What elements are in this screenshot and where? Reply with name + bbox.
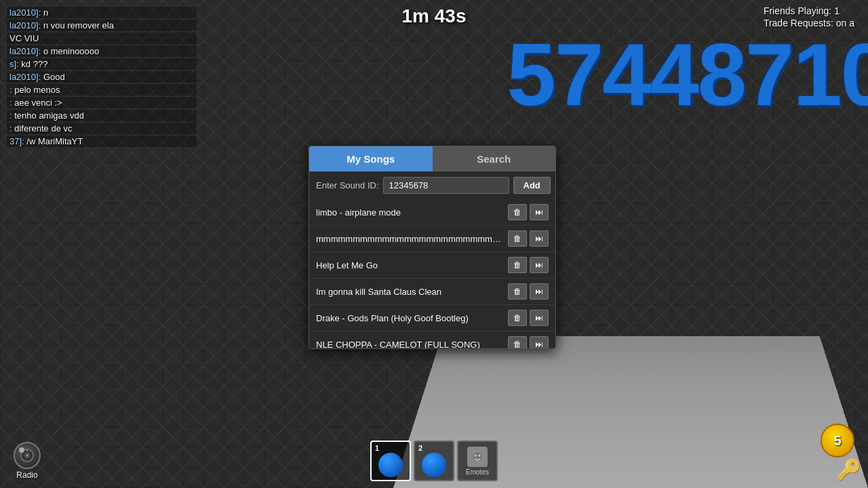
tab-search[interactable]: Search: [433, 146, 556, 171]
sound-id-input[interactable]: [383, 177, 509, 194]
song-controls: 🗑 ⏭: [508, 204, 549, 220]
song-controls: 🗑 ⏭: [508, 310, 549, 326]
coins-display: 5: [821, 424, 854, 458]
chat-msg-10: : diferente de vc: [7, 123, 197, 134]
emotes-slot[interactable]: Emotes: [457, 441, 498, 481]
emotes-icon: [467, 447, 488, 467]
hotbar-slot-2[interactable]: 2: [414, 441, 454, 481]
song-name: NLE CHOPPA - CAMELOT (FULL SONG): [316, 340, 502, 349]
play-button[interactable]: ⏭: [530, 283, 549, 300]
delete-button[interactable]: 🗑: [508, 230, 527, 247]
svg-point-5: [475, 454, 477, 456]
radio-svg-icon: [20, 448, 35, 463]
chat-msg-8: : aee venci :>: [7, 97, 197, 108]
music-panel: My Songs Search Enter Sound ID: Add limb…: [309, 146, 556, 349]
chat-overlay: la2010]: n la2010]: n vou remover ela VC…: [0, 0, 203, 488]
slot-number-2: 2: [418, 444, 422, 452]
play-button[interactable]: ⏭: [530, 204, 549, 220]
song-controls: 🗑 ⏭: [508, 283, 549, 300]
song-name: limbo - airplane mode: [316, 207, 502, 218]
song-controls: 🗑 ⏭: [508, 230, 549, 247]
chat-msg-7: : pelo menos: [7, 84, 197, 96]
delete-button[interactable]: 🗑: [508, 204, 527, 220]
emotes-svg-icon: [471, 450, 484, 464]
trade-requests: Trade Requests: on a: [764, 18, 854, 28]
hotbar: 1 2 Emotes: [370, 441, 498, 481]
play-button[interactable]: ⏭: [530, 230, 549, 247]
chat-msg-5: s]: kd ???: [7, 58, 197, 70]
key-icon: 🔑: [836, 458, 861, 481]
delete-button[interactable]: 🗑: [508, 310, 527, 326]
song-row[interactable]: Drake - Gods Plan (Holy Goof Bootleg) 🗑 …: [309, 305, 555, 331]
song-controls: 🗑 ⏭: [508, 257, 549, 273]
radio-icon: [14, 442, 41, 469]
play-button[interactable]: ⏭: [530, 257, 549, 273]
chat-msg-2: la2010]: n vou remover ela: [7, 20, 197, 31]
chat-msg-3: VC VIU: [7, 33, 197, 44]
delete-button[interactable]: 🗑: [508, 283, 527, 300]
slot-number-1: 1: [375, 444, 379, 452]
emotes-label: Emotes: [466, 468, 489, 476]
chat-msg-11: 37]: /w MariMitaYT: [7, 136, 197, 147]
song-row[interactable]: NLE CHOPPA - CAMELOT (FULL SONG) 🗑 ⏭: [309, 331, 555, 348]
song-row[interactable]: mmmmmmmmmmmmmmmmmmmmmmmmmm 🗑 ⏭: [309, 226, 555, 252]
song-name: Im gonna kill Santa Claus Clean: [316, 287, 502, 297]
tab-my-songs[interactable]: My Songs: [309, 146, 433, 171]
song-name: mmmmmmmmmmmmmmmmmmmmmmmmmm: [316, 234, 502, 244]
friends-info: Friends Playing: 1 Trade Requests: on a: [764, 5, 854, 28]
score-display: 57448710: [507, 30, 868, 119]
chat-msg-6: la2010]: Good: [7, 71, 197, 83]
song-name: Help Let Me Go: [316, 260, 502, 270]
song-controls: 🗑 ⏭: [508, 336, 549, 348]
play-button[interactable]: ⏭: [530, 310, 549, 326]
radio-label: Radio: [16, 470, 37, 480]
coins-value: 5: [833, 433, 841, 449]
song-row[interactable]: Help Let Me Go 🗑 ⏭: [309, 252, 555, 279]
hotbar-slot-1[interactable]: 1: [370, 441, 411, 481]
delete-button[interactable]: 🗑: [508, 336, 527, 348]
sound-id-label: Enter Sound ID:: [316, 180, 379, 190]
play-button[interactable]: ⏭: [530, 336, 549, 348]
tab-bar: My Songs Search: [309, 146, 555, 171]
svg-point-6: [479, 454, 481, 456]
sound-id-row: Enter Sound ID: Add: [309, 171, 555, 199]
song-row[interactable]: limbo - airplane mode 🗑 ⏭: [309, 199, 555, 226]
chat-msg-1: la2010]: n: [7, 7, 197, 18]
add-button[interactable]: Add: [513, 177, 551, 194]
chat-msg-4: la2010]: o meninooooo: [7, 45, 197, 57]
radio-button[interactable]: Radio: [7, 441, 47, 481]
song-name: Drake - Gods Plan (Holy Goof Bootleg): [316, 313, 502, 323]
slot-item-1: [378, 453, 403, 477]
timer-display: 1m 43s: [402, 5, 467, 27]
friends-playing: Friends Playing: 1: [764, 5, 854, 16]
song-list: limbo - airplane mode 🗑 ⏭ mmmmmmmmmmmmmm…: [309, 199, 555, 348]
chat-msg-9: : tenho amigas vdd: [7, 110, 197, 121]
song-row[interactable]: Im gonna kill Santa Claus Clean 🗑 ⏭: [309, 279, 555, 305]
delete-button[interactable]: 🗑: [508, 257, 527, 273]
slot-item-2: [422, 453, 446, 477]
svg-point-2: [26, 455, 28, 457]
